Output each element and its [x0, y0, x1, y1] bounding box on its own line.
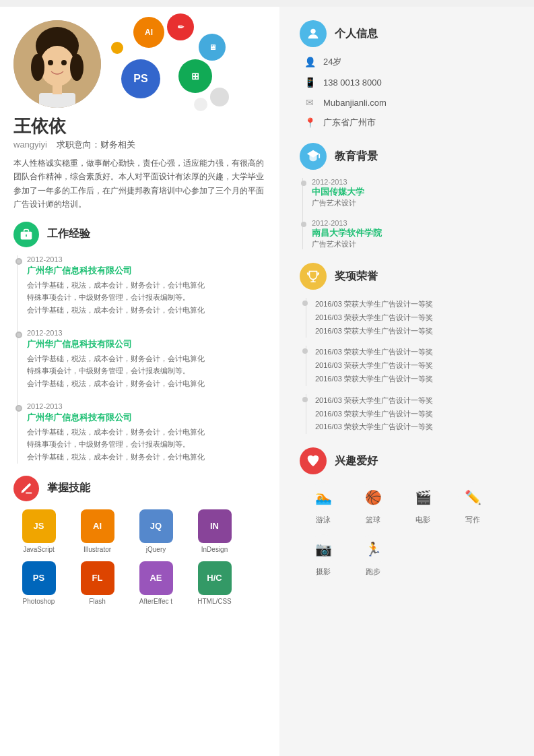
- award-item: 2016/03 荣获大学生广告设计一等奖: [315, 311, 521, 325]
- timeline-dot: [15, 405, 22, 412]
- award-dot: [302, 397, 308, 402]
- hobby-icon: 📷: [308, 534, 338, 564]
- personal-info-section: 个人信息 👤 24岁 📱 138 0013 8000 ✉ Mubanjianli…: [300, 20, 521, 129]
- hobby-name: 游泳: [316, 515, 331, 525]
- graduation-icon: [306, 149, 321, 164]
- phone-icon: 📱: [303, 75, 316, 89]
- work-company: 广州华广信息科技有限公司: [27, 338, 266, 350]
- svg-rect-8: [53, 82, 62, 94]
- hobby-name: 摄影: [316, 567, 331, 577]
- hobby-item: 🏃 跑步: [353, 534, 393, 577]
- skill-badge: AE: [139, 561, 173, 595]
- skill-bubble: [111, 42, 123, 54]
- award-item: 2016/03 荣获大学生广告设计一等奖: [315, 373, 521, 386]
- skill-grid: JS JavaScript AI Illustrator JQ jQuery I…: [13, 509, 266, 605]
- name-english: wangyiyi: [13, 139, 47, 150]
- age-item: 👤 24岁: [303, 55, 521, 69]
- skills-icon: [13, 476, 39, 501]
- awards-icon: [300, 263, 327, 290]
- edu-item: 2012-2013 南昌大学软件学院 广告艺术设计: [312, 219, 521, 249]
- skill-badge: FL: [81, 561, 114, 595]
- location-value: 广东省广州市: [323, 117, 376, 129]
- svg-point-2: [40, 46, 75, 86]
- name-section: 王依依 wangyiyi 求职意向：财务相关: [13, 115, 266, 151]
- edu-item: 2012-2013 中国传媒大学 广告艺术设计: [312, 178, 521, 208]
- work-section-header: 工作经验: [13, 222, 266, 247]
- hobbies-title: 兴趣爱好: [335, 454, 378, 468]
- svg-point-11: [310, 29, 315, 34]
- hobbies-section: 兴趣爱好 🏊 游泳 🏀 篮球 🎬 电影 ✏️ 写作 📷 摄影 🏃 跑步: [300, 447, 521, 577]
- name-chinese: 王依依: [13, 115, 266, 138]
- edu-timeline: 2012-2013 中国传媒大学 广告艺术设计 2012-2013 南昌大学软件…: [300, 178, 521, 249]
- skill-name: Illustrator: [84, 546, 111, 553]
- personal-info-list: 👤 24岁 📱 138 0013 8000 ✉ Mubanjianli.com …: [300, 55, 521, 129]
- personal-info-header: 个人信息: [300, 20, 521, 47]
- svg-point-3: [31, 54, 44, 81]
- personal-info-title: 个人信息: [335, 27, 378, 41]
- skill-badge: H/C: [198, 561, 232, 595]
- hobby-icon: ✏️: [458, 482, 488, 512]
- location-item: 📍 广东省广州市: [303, 116, 521, 129]
- skill-item: IN InDesign: [189, 509, 240, 553]
- skills-section-title: 掌握技能: [47, 481, 90, 495]
- resume-container: AI✏🖥⊞PS 王依依 wangyiyi 求职意向：财务相关 本人性格诚实稳重，…: [0, 7, 534, 756]
- svg-rect-7: [39, 93, 75, 108]
- phone-item: 📱 138 0013 8000: [303, 75, 521, 89]
- work-item: 2012-2013 广州华广信息科技有限公司 会计学基础，税法，成本会计，财务会…: [27, 402, 266, 464]
- skill-bubble: ✏: [167, 13, 194, 40]
- edu-date: 2012-2013: [312, 178, 521, 186]
- bio-text: 本人性格诚实稳重，做事耐心勤快，责任心强，适应能力强，有很高的团队合作精神，综合…: [13, 156, 266, 212]
- work-desc: 会计学基础，税法，成本会计，财务会计，会计电算化特殊事项会计，中级财务管理，会计…: [27, 279, 266, 317]
- award-item: 2016/03 荣获大学生广告设计一等奖: [315, 420, 521, 434]
- edu-school: 南昌大学软件学院: [312, 227, 521, 239]
- hobby-name: 写作: [465, 515, 480, 525]
- work-date: 2012-2013: [27, 402, 266, 410]
- hobby-item: 🎬 电影: [403, 482, 443, 525]
- hobby-name: 电影: [415, 515, 430, 525]
- education-icon: [300, 143, 327, 170]
- hobby-item: 📷 摄影: [303, 534, 343, 577]
- skill-badge: IN: [198, 509, 232, 543]
- timeline-dot: [15, 258, 22, 265]
- hobby-item: 🏀 篮球: [353, 482, 393, 525]
- age-icon: 👤: [303, 55, 316, 69]
- education-section: 教育背景 2012-2013 中国传媒大学 广告艺术设计 2012-2013 南…: [300, 143, 521, 249]
- award-group: 2016/03 荣获大学生广告设计一等奖2016/03 荣获大学生广告设计一等奖…: [303, 394, 521, 434]
- hobby-icon: 🏃: [358, 534, 388, 564]
- skill-item: H/C HTML/CSS: [189, 561, 240, 605]
- education-header: 教育背景: [300, 143, 521, 170]
- skills-section-header: 掌握技能: [13, 476, 266, 501]
- skill-badge: JS: [22, 509, 56, 543]
- skill-name: Flash: [89, 598, 105, 605]
- skill-item: FL Flash: [72, 561, 123, 605]
- work-icon: [13, 222, 39, 247]
- education-title: 教育背景: [335, 150, 378, 164]
- work-company: 广州华广信息科技有限公司: [27, 265, 266, 277]
- work-item: 2012-2013 广州华广信息科技有限公司 会计学基础，税法，成本会计，财务会…: [27, 329, 266, 390]
- skill-name: AfterEffec t: [139, 598, 172, 605]
- awards-header: 奖项荣誉: [300, 263, 521, 290]
- hobby-icon: 🏊: [308, 482, 338, 512]
- work-section-title: 工作经验: [47, 227, 90, 241]
- skills-section: 掌握技能 JS JavaScript AI Illustrator JQ jQu…: [13, 476, 266, 605]
- skill-bubble: PS: [121, 59, 160, 98]
- location-icon: 📍: [303, 116, 316, 129]
- work-date: 2012-2013: [27, 329, 266, 337]
- skill-badge: AI: [81, 509, 114, 543]
- award-item: 2016/03 荣获大学生广告设计一等奖: [315, 394, 521, 408]
- timeline-dot: [15, 332, 22, 338]
- work-timeline: 2012-2013 广州华广信息科技有限公司 会计学基础，税法，成本会计，财务会…: [13, 255, 266, 464]
- award-dot: [302, 348, 308, 354]
- skill-name: InDesign: [201, 546, 228, 553]
- hobby-name: 跑步: [366, 567, 380, 577]
- work-company: 广州华广信息科技有限公司: [27, 412, 266, 424]
- hobbies-icon: [300, 447, 327, 474]
- edit-icon: [20, 482, 33, 495]
- work-desc: 会计学基础，税法，成本会计，财务会计，会计电算化特殊事项会计，中级财务管理，会计…: [27, 426, 266, 464]
- svg-point-4: [70, 54, 84, 81]
- skill-bubbles-area: AI✏🖥⊞PS: [108, 13, 222, 108]
- work-item: 2012-2013 广州华广信息科技有限公司 会计学基础，税法，成本会计，财务会…: [27, 255, 266, 317]
- skill-item: JQ jQuery: [131, 509, 181, 553]
- award-item: 2016/03 荣获大学生广告设计一等奖: [315, 325, 521, 338]
- skill-item: PS Photoshop: [13, 561, 64, 605]
